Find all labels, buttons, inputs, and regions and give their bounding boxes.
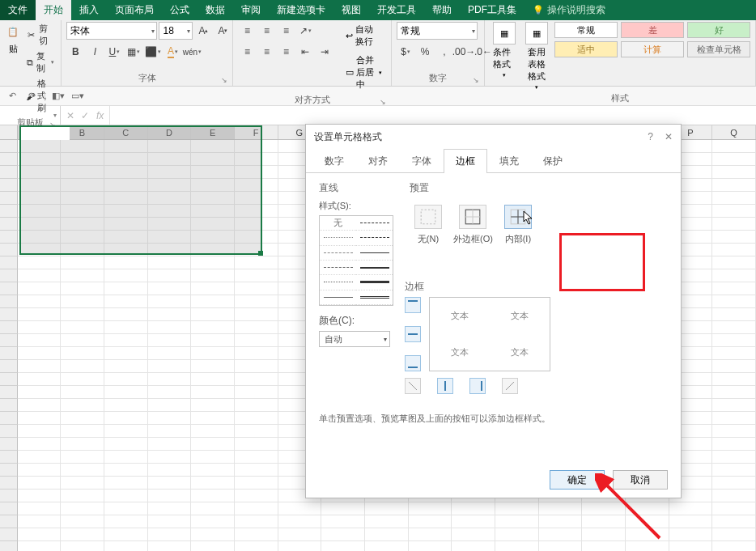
- cell[interactable]: [148, 347, 192, 360]
- cell[interactable]: [61, 282, 104, 295]
- cell[interactable]: [235, 347, 278, 360]
- cell[interactable]: [61, 399, 104, 412]
- cell[interactable]: [191, 321, 235, 334]
- cell[interactable]: [104, 515, 148, 528]
- cell[interactable]: [148, 334, 192, 347]
- align-center-button[interactable]: ≡: [257, 43, 275, 61]
- cell[interactable]: [712, 244, 756, 256]
- dlg-tab-fill[interactable]: 填充: [487, 149, 531, 173]
- cell[interactable]: [61, 502, 104, 515]
- style-swatch[interactable]: [320, 246, 356, 261]
- cell[interactable]: [61, 464, 104, 477]
- cell[interactable]: [712, 541, 756, 551]
- cell[interactable]: [235, 360, 278, 373]
- dlg-tab-align[interactable]: 对齐: [356, 149, 400, 173]
- cell[interactable]: [191, 334, 235, 347]
- cell[interactable]: [61, 334, 104, 347]
- cell[interactable]: [712, 477, 756, 490]
- cell[interactable]: [712, 528, 756, 541]
- row-header[interactable]: [0, 140, 18, 153]
- cell[interactable]: [18, 347, 62, 360]
- cell[interactable]: [61, 425, 104, 438]
- cell[interactable]: [669, 528, 713, 541]
- align-bottom-button[interactable]: ≡: [277, 22, 295, 40]
- cell[interactable]: [18, 515, 62, 528]
- increase-decimal-button[interactable]: .00→: [455, 43, 473, 61]
- row-header[interactable]: [0, 231, 18, 244]
- style-normal[interactable]: 常规: [554, 22, 618, 38]
- cell[interactable]: [18, 528, 62, 541]
- cell[interactable]: [712, 438, 756, 451]
- undo-button[interactable]: ↶: [5, 89, 19, 104]
- cell[interactable]: [452, 528, 495, 541]
- cell[interactable]: [191, 515, 235, 528]
- cell[interactable]: [61, 541, 104, 551]
- row-header[interactable]: [0, 218, 18, 231]
- qat-btn1[interactable]: ◧▾: [51, 89, 66, 104]
- cell[interactable]: [235, 438, 278, 451]
- tab-newtab[interactable]: 新建选项卡: [269, 0, 333, 20]
- border-preview[interactable]: 文本 文本 文本 文本: [429, 297, 550, 371]
- cell[interactable]: [148, 425, 192, 438]
- cell[interactable]: [104, 295, 148, 308]
- border-button[interactable]: ▦▾: [125, 43, 142, 61]
- cell[interactable]: [278, 541, 322, 551]
- cell[interactable]: [148, 308, 192, 321]
- percent-button[interactable]: %: [416, 43, 434, 61]
- row-header[interactable]: [0, 412, 18, 425]
- cell[interactable]: [191, 541, 235, 551]
- cell[interactable]: [104, 308, 148, 321]
- cell[interactable]: [712, 269, 756, 282]
- row-header[interactable]: [0, 256, 18, 269]
- cell[interactable]: [321, 528, 365, 541]
- cell[interactable]: [148, 321, 192, 334]
- cell[interactable]: [191, 502, 235, 515]
- tab-file[interactable]: 文件: [0, 0, 36, 20]
- number-expand-icon[interactable]: ↘: [473, 76, 479, 84]
- cell[interactable]: [148, 477, 192, 490]
- cell[interactable]: [235, 425, 278, 438]
- cell[interactable]: [235, 399, 278, 412]
- increase-font-button[interactable]: A▴: [194, 22, 212, 40]
- cell[interactable]: [104, 528, 148, 541]
- cell[interactable]: [626, 528, 669, 541]
- cell[interactable]: [61, 386, 104, 399]
- row-header[interactable]: [0, 515, 18, 528]
- cell[interactable]: [365, 502, 409, 515]
- cell[interactable]: [235, 477, 278, 490]
- border-top-button[interactable]: [405, 297, 421, 313]
- indent-increase-button[interactable]: ⇥: [316, 43, 333, 61]
- cell[interactable]: [148, 528, 192, 541]
- cell[interactable]: [148, 282, 192, 295]
- row-header[interactable]: [0, 166, 18, 179]
- style-swatch[interactable]: [356, 246, 393, 261]
- cell[interactable]: [712, 399, 756, 412]
- cancel-button[interactable]: 取消: [613, 470, 668, 490]
- cell[interactable]: [61, 321, 104, 334]
- cell[interactable]: [18, 386, 62, 399]
- cell[interactable]: [235, 386, 278, 399]
- cell[interactable]: [712, 490, 756, 502]
- accounting-button[interactable]: $▾: [397, 43, 414, 61]
- cell[interactable]: [321, 541, 365, 551]
- cell[interactable]: [148, 515, 192, 528]
- cell[interactable]: [61, 477, 104, 490]
- tab-layout[interactable]: 页面布局: [107, 0, 162, 20]
- cell[interactable]: [712, 282, 756, 295]
- cell[interactable]: [495, 502, 539, 515]
- cell[interactable]: [18, 256, 62, 269]
- cell[interactable]: [191, 490, 235, 502]
- cell[interactable]: [452, 515, 495, 528]
- row-header[interactable]: [0, 490, 18, 502]
- cell[interactable]: [191, 425, 235, 438]
- cell[interactable]: [104, 347, 148, 360]
- row-header[interactable]: [0, 360, 18, 373]
- tab-home[interactable]: 开始: [36, 0, 71, 20]
- style-swatch[interactable]: [320, 275, 356, 290]
- border-color-combo[interactable]: 自动▾: [319, 331, 390, 347]
- row-header[interactable]: [0, 308, 18, 321]
- cell[interactable]: [191, 399, 235, 412]
- dlg-tab-protect[interactable]: 保护: [531, 149, 575, 173]
- cell[interactable]: [18, 464, 62, 477]
- cell[interactable]: [365, 528, 409, 541]
